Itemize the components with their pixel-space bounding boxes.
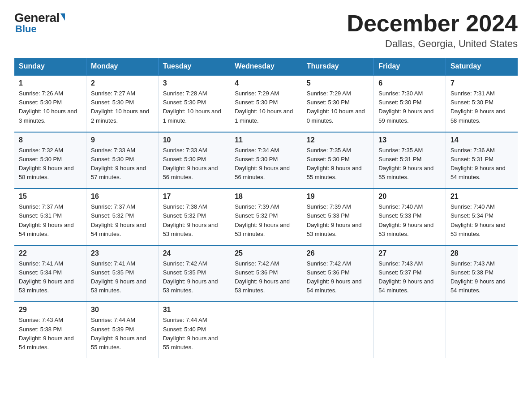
day-number: 5	[307, 79, 369, 87]
day-number: 16	[91, 193, 154, 201]
logo: General Blue	[14, 11, 65, 35]
day-info: Sunrise: 7:27 AMSunset: 5:30 PMDaylight:…	[91, 90, 149, 124]
calendar-day-cell: 22 Sunrise: 7:41 AMSunset: 5:34 PMDaylig…	[14, 245, 86, 302]
calendar-week-row: 29 Sunrise: 7:43 AMSunset: 5:38 PMDaylig…	[14, 302, 518, 358]
day-info: Sunrise: 7:29 AMSunset: 5:30 PMDaylight:…	[307, 90, 365, 124]
calendar-day-cell: 17 Sunrise: 7:38 AMSunset: 5:32 PMDaylig…	[158, 188, 230, 245]
day-info: Sunrise: 7:44 AMSunset: 5:40 PMDaylight:…	[163, 317, 218, 350]
calendar-week-row: 22 Sunrise: 7:41 AMSunset: 5:34 PMDaylig…	[14, 245, 518, 302]
day-info: Sunrise: 7:42 AMSunset: 5:35 PMDaylight:…	[163, 260, 218, 294]
day-info: Sunrise: 7:37 AMSunset: 5:31 PMDaylight:…	[19, 203, 74, 237]
day-info: Sunrise: 7:39 AMSunset: 5:33 PMDaylight:…	[307, 203, 362, 237]
calendar-day-cell: 21 Sunrise: 7:40 AMSunset: 5:34 PMDaylig…	[446, 188, 518, 245]
title-block: December 2024 Dallas, Georgia, United St…	[347, 11, 518, 50]
calendar-day-cell: 6 Sunrise: 7:30 AMSunset: 5:30 PMDayligh…	[374, 75, 446, 132]
page-title: December 2024	[347, 11, 518, 36]
calendar-week-row: 15 Sunrise: 7:37 AMSunset: 5:31 PMDaylig…	[14, 188, 518, 245]
day-info: Sunrise: 7:35 AMSunset: 5:31 PMDaylight:…	[378, 147, 433, 180]
calendar-day-cell: 31 Sunrise: 7:44 AMSunset: 5:40 PMDaylig…	[158, 302, 230, 358]
day-info: Sunrise: 7:40 AMSunset: 5:34 PMDaylight:…	[450, 203, 506, 237]
day-number: 22	[19, 249, 82, 257]
calendar-day-cell: 26 Sunrise: 7:42 AMSunset: 5:36 PMDaylig…	[302, 245, 374, 302]
calendar-week-row: 8 Sunrise: 7:32 AMSunset: 5:30 PMDayligh…	[14, 132, 518, 189]
calendar-day-cell: 30 Sunrise: 7:44 AMSunset: 5:39 PMDaylig…	[86, 302, 159, 358]
calendar-day-cell: 1 Sunrise: 7:26 AMSunset: 5:30 PMDayligh…	[14, 75, 86, 132]
calendar-day-cell: 19 Sunrise: 7:39 AMSunset: 5:33 PMDaylig…	[302, 188, 374, 245]
day-number: 11	[235, 136, 297, 144]
day-info: Sunrise: 7:41 AMSunset: 5:35 PMDaylight:…	[91, 260, 146, 294]
day-number: 3	[163, 79, 226, 87]
day-info: Sunrise: 7:37 AMSunset: 5:32 PMDaylight:…	[91, 203, 146, 237]
day-number: 2	[91, 79, 154, 87]
day-info: Sunrise: 7:44 AMSunset: 5:39 PMDaylight:…	[91, 317, 146, 350]
day-info: Sunrise: 7:34 AMSunset: 5:30 PMDaylight:…	[235, 147, 290, 180]
day-number: 15	[19, 193, 82, 201]
calendar-day-cell: 2 Sunrise: 7:27 AMSunset: 5:30 PMDayligh…	[86, 75, 159, 132]
day-number: 17	[163, 193, 226, 201]
col-saturday: Saturday	[446, 58, 518, 75]
col-tuesday: Tuesday	[158, 58, 230, 75]
col-monday: Monday	[86, 58, 159, 75]
calendar-day-cell: 14 Sunrise: 7:36 AMSunset: 5:31 PMDaylig…	[446, 132, 518, 189]
day-number: 30	[91, 306, 154, 314]
day-info: Sunrise: 7:42 AMSunset: 5:36 PMDaylight:…	[307, 260, 362, 294]
day-info: Sunrise: 7:32 AMSunset: 5:30 PMDaylight:…	[19, 147, 74, 180]
calendar-day-cell: 13 Sunrise: 7:35 AMSunset: 5:31 PMDaylig…	[374, 132, 446, 189]
day-number: 31	[163, 306, 226, 314]
day-number: 4	[235, 79, 297, 87]
day-number: 25	[235, 249, 297, 257]
day-number: 9	[91, 136, 154, 144]
calendar-day-cell: 23 Sunrise: 7:41 AMSunset: 5:35 PMDaylig…	[86, 245, 159, 302]
calendar-day-cell: 18 Sunrise: 7:39 AMSunset: 5:32 PMDaylig…	[230, 188, 302, 245]
calendar-day-cell: 27 Sunrise: 7:43 AMSunset: 5:37 PMDaylig…	[374, 245, 446, 302]
day-number: 12	[307, 136, 369, 144]
day-number: 24	[163, 249, 226, 257]
page-subtitle: Dallas, Georgia, United States	[347, 38, 518, 50]
calendar-day-cell: 10 Sunrise: 7:33 AMSunset: 5:30 PMDaylig…	[158, 132, 230, 189]
col-sunday: Sunday	[14, 58, 86, 75]
day-number: 29	[19, 306, 82, 314]
day-number: 18	[235, 193, 297, 201]
calendar-day-cell	[446, 302, 518, 358]
day-number: 20	[378, 193, 441, 201]
calendar-table: Sunday Monday Tuesday Wednesday Thursday…	[14, 58, 518, 358]
calendar-day-cell: 7 Sunrise: 7:31 AMSunset: 5:30 PMDayligh…	[446, 75, 518, 132]
calendar-week-row: 1 Sunrise: 7:26 AMSunset: 5:30 PMDayligh…	[14, 75, 518, 132]
day-info: Sunrise: 7:35 AMSunset: 5:30 PMDaylight:…	[307, 147, 362, 180]
day-info: Sunrise: 7:38 AMSunset: 5:32 PMDaylight:…	[163, 203, 218, 237]
calendar-day-cell: 16 Sunrise: 7:37 AMSunset: 5:32 PMDaylig…	[86, 188, 159, 245]
day-info: Sunrise: 7:36 AMSunset: 5:31 PMDaylight:…	[450, 147, 506, 180]
day-info: Sunrise: 7:30 AMSunset: 5:30 PMDaylight:…	[378, 90, 433, 124]
logo-blue-text: Blue	[15, 23, 37, 35]
day-info: Sunrise: 7:26 AMSunset: 5:30 PMDaylight:…	[19, 90, 77, 124]
calendar-day-cell	[230, 302, 302, 358]
calendar-day-cell	[302, 302, 374, 358]
calendar-day-cell: 3 Sunrise: 7:28 AMSunset: 5:30 PMDayligh…	[158, 75, 230, 132]
day-info: Sunrise: 7:43 AMSunset: 5:37 PMDaylight:…	[378, 260, 433, 294]
col-friday: Friday	[374, 58, 446, 75]
page: General Blue December 2024 Dallas, Georg…	[0, 0, 532, 372]
day-info: Sunrise: 7:29 AMSunset: 5:30 PMDaylight:…	[235, 90, 293, 124]
day-number: 10	[163, 136, 226, 144]
day-number: 7	[450, 79, 513, 87]
day-info: Sunrise: 7:40 AMSunset: 5:33 PMDaylight:…	[378, 203, 433, 237]
day-info: Sunrise: 7:33 AMSunset: 5:30 PMDaylight:…	[91, 147, 146, 180]
day-number: 28	[450, 249, 513, 257]
day-number: 26	[307, 249, 369, 257]
day-number: 23	[91, 249, 154, 257]
day-info: Sunrise: 7:28 AMSunset: 5:30 PMDaylight:…	[163, 90, 221, 124]
calendar-day-cell: 24 Sunrise: 7:42 AMSunset: 5:35 PMDaylig…	[158, 245, 230, 302]
calendar-day-cell: 9 Sunrise: 7:33 AMSunset: 5:30 PMDayligh…	[86, 132, 159, 189]
calendar-day-cell: 11 Sunrise: 7:34 AMSunset: 5:30 PMDaylig…	[230, 132, 302, 189]
calendar-day-cell: 25 Sunrise: 7:42 AMSunset: 5:36 PMDaylig…	[230, 245, 302, 302]
calendar-day-cell: 15 Sunrise: 7:37 AMSunset: 5:31 PMDaylig…	[14, 188, 86, 245]
day-number: 21	[450, 193, 513, 201]
calendar-day-cell: 8 Sunrise: 7:32 AMSunset: 5:30 PMDayligh…	[14, 132, 86, 189]
day-info: Sunrise: 7:31 AMSunset: 5:30 PMDaylight:…	[450, 90, 506, 124]
day-number: 14	[450, 136, 513, 144]
day-info: Sunrise: 7:39 AMSunset: 5:32 PMDaylight:…	[235, 203, 290, 237]
header: General Blue December 2024 Dallas, Georg…	[14, 11, 518, 50]
calendar-header-row: Sunday Monday Tuesday Wednesday Thursday…	[14, 58, 518, 75]
day-info: Sunrise: 7:33 AMSunset: 5:30 PMDaylight:…	[163, 147, 218, 180]
day-number: 19	[307, 193, 369, 201]
